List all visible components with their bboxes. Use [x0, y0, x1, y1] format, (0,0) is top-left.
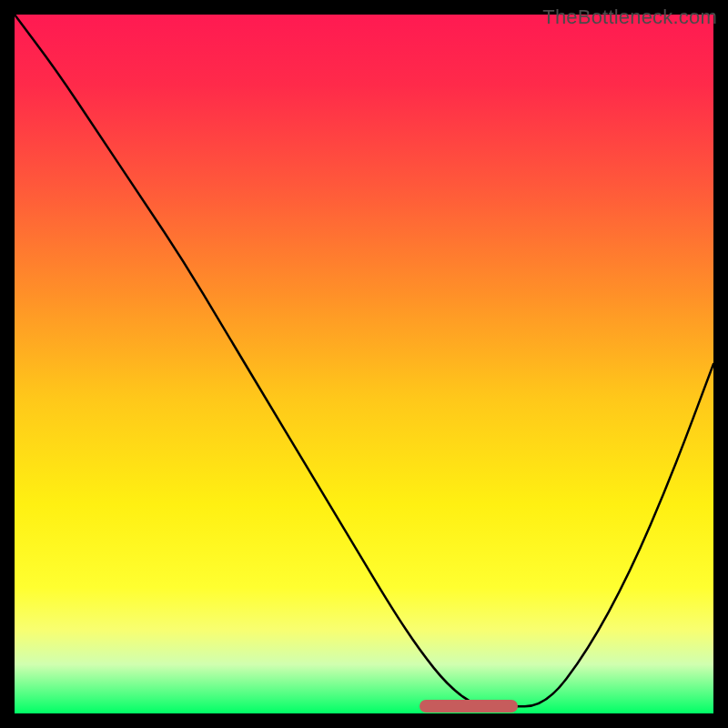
- bottleneck-curve: [15, 15, 713, 713]
- optimal-range-marker: [420, 700, 518, 713]
- watermark-text: TheBottleneck.com: [542, 5, 717, 29]
- chart-plot-area: [15, 15, 713, 713]
- curve-path: [15, 15, 713, 706]
